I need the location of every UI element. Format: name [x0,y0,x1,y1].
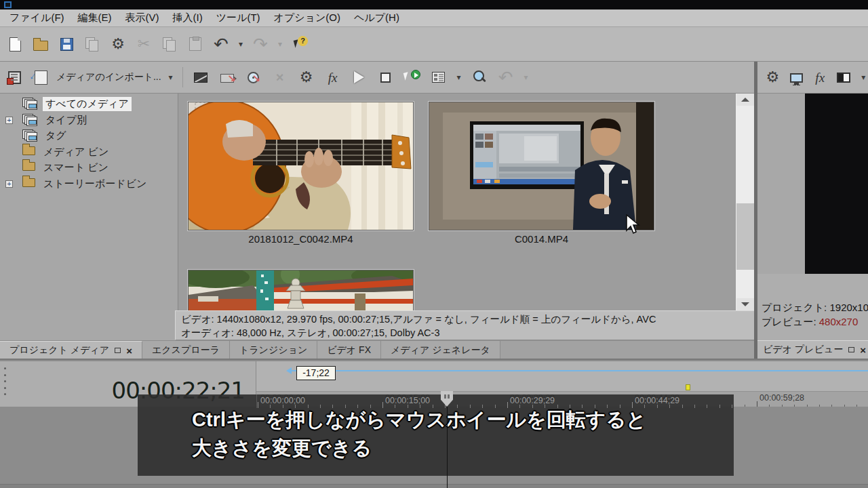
tree-expand-icon[interactable]: + [5,180,13,188]
search-icon [472,70,487,85]
media-scrollbar[interactable] [735,94,754,310]
media-info-audio: オーディオ: 48,000 Hz, ステレオ, 00:00:27;15, Dol… [181,326,749,340]
media-stack-icon [22,114,39,127]
import-media-button[interactable] [30,66,52,89]
menu-item-0[interactable]: ファイル(F) [4,10,70,26]
camera-icon: ↘ [220,74,234,83]
ruler-major-tick-ghost [507,402,508,408]
tree-item-label[interactable]: すべてのメディア [43,97,132,111]
ruler-label-ghost: 00:00:15;00 [385,396,430,405]
media-thumbnail-presenter[interactable] [429,102,654,230]
tree-item-label[interactable]: ストーリーボードビン [41,177,149,191]
views-dropdown[interactable]: ▾ [454,66,464,89]
preview-properties-button[interactable]: ⚙ [764,66,781,89]
import-media-label[interactable]: メディアのインポート... [56,71,161,83]
open-project-button[interactable] [30,33,52,56]
tab-メディア-ジェネレータ[interactable]: メディア ジェネレータ [381,341,500,359]
tree-item-label[interactable]: タイプ別 [43,113,90,127]
gear-icon: ⚙ [300,70,313,85]
ruler-major-tick-ghost [382,402,383,408]
tree-item-4[interactable]: スマート ビン [5,160,111,176]
media-thumbnail-shrine[interactable] [188,270,414,310]
copy-button[interactable] [159,33,180,56]
preview-play-button[interactable] [349,66,370,89]
splitter-dot [4,387,6,389]
media-undo-button[interactable]: ↶ [495,66,517,89]
folder-icon [22,162,35,171]
menu-item-3[interactable]: 挿入(I) [167,10,208,26]
delete-x-icon: × [276,70,284,84]
tree-item-label[interactable]: メディア ビン [41,145,111,159]
tab-video-preview[interactable]: ビデオ プレビュー × [757,340,868,359]
tree-item-0[interactable]: すべてのメディア [5,96,132,112]
render-as-button[interactable] [81,33,103,56]
redo-dropdown[interactable]: ▾ [275,33,285,56]
split-screen-button[interactable] [835,66,852,89]
cut-button[interactable]: ✂ [133,33,155,56]
pin-icon[interactable] [115,348,121,353]
dock-tab-row: プロジェクト メディア×エクスプローラトランジションビデオ FXメディア ジェネ… [0,340,754,359]
tree-item-5[interactable]: +ストーリーボードビン [5,176,149,192]
media-fx-button[interactable]: fx [322,66,344,89]
media-bin-icon [8,71,21,84]
media-undo-dropdown[interactable]: ▾ [521,66,531,89]
scrollbar-thumb[interactable] [736,203,754,270]
preview-stop-button[interactable] [375,66,397,89]
get-from-disc-button[interactable]: ↘ [243,66,264,89]
tree-item-label[interactable]: タグ [43,129,69,143]
chevron-down-icon: ▾ [278,40,282,48]
tree-item-label[interactable]: スマート ビン [41,161,111,175]
media-thumbnail-guitar[interactable] [188,102,414,230]
menu-item-2[interactable]: 表示(V) [120,10,165,26]
scroll-up-button[interactable] [736,94,754,106]
close-icon[interactable]: × [126,346,132,356]
views-button[interactable] [428,66,450,89]
preview-format-label: プレビュー: [762,316,816,327]
pin-icon[interactable] [848,347,854,352]
import-dropdown[interactable]: ▾ [166,66,176,89]
timeline-yellow-marker[interactable] [686,384,690,390]
loop-region-bar[interactable] [292,370,868,371]
menu-item-4[interactable]: ツール(T) [211,10,266,26]
menu-item-6[interactable]: ヘルプ(H) [349,10,405,26]
media-item-name[interactable]: C0014.MP4 [429,233,654,245]
tab-トランジション[interactable]: トランジション [230,341,317,359]
no-preview-icon [194,73,208,83]
tab-label: メディア ジェネレータ [391,344,490,357]
scroll-down-button[interactable] [736,298,754,310]
menu-item-1[interactable]: 編集(E) [73,10,117,26]
tab-プロジェクト-メディア[interactable]: プロジェクト メディア× [0,341,142,359]
capture-video-button[interactable]: ↘ [216,66,238,89]
media-properties-button[interactable]: ⚙ [296,66,317,89]
interactive-help-button[interactable]: ? [289,33,311,56]
tree-item-3[interactable]: メディア ビン [5,144,111,160]
media-search-button[interactable] [469,66,490,89]
tab-ビデオ-FX[interactable]: ビデオ FX [317,341,381,359]
media-item-name[interactable]: 20181012_C0042.MP4 [188,233,414,245]
undo-dropdown[interactable]: ▾ [236,33,245,56]
fx-icon: fx [328,71,338,84]
ruler-minor-tick-ghost [607,405,608,408]
save-project-button[interactable] [56,33,77,56]
tree-expand-icon[interactable]: + [5,117,13,124]
tree-item-2[interactable]: タグ [5,128,69,144]
new-bin-button[interactable] [3,66,25,89]
close-icon[interactable]: × [860,345,866,355]
project-properties-button[interactable]: ⚙ [107,33,129,56]
auto-preview-button[interactable] [401,66,423,89]
preview-toolbar-dropdown[interactable]: ▾ [859,66,868,89]
redo-button[interactable]: ↷ [250,33,271,56]
timeline-marker-bar[interactable]: -17;22 [256,361,868,391]
external-monitor-button[interactable] [788,66,805,89]
undo-button[interactable]: ↶ [210,33,232,56]
paste-button[interactable] [184,33,206,56]
remove-media-button[interactable]: × [269,66,291,89]
tree-item-1[interactable]: +タイプ別 [5,113,90,128]
no-auto-preview-button[interactable] [190,66,212,89]
shrine-thumbnail-image [189,270,413,310]
video-output-fx-button[interactable]: fx [812,66,829,89]
tab-エクスプローラ[interactable]: エクスプローラ [142,341,230,359]
menu-item-5[interactable]: オプション(O) [269,10,346,26]
media-info-video: ビデオ: 1440x1080x12, 29.970 fps, 00:00:27;… [181,312,749,326]
new-project-button[interactable] [4,33,26,56]
